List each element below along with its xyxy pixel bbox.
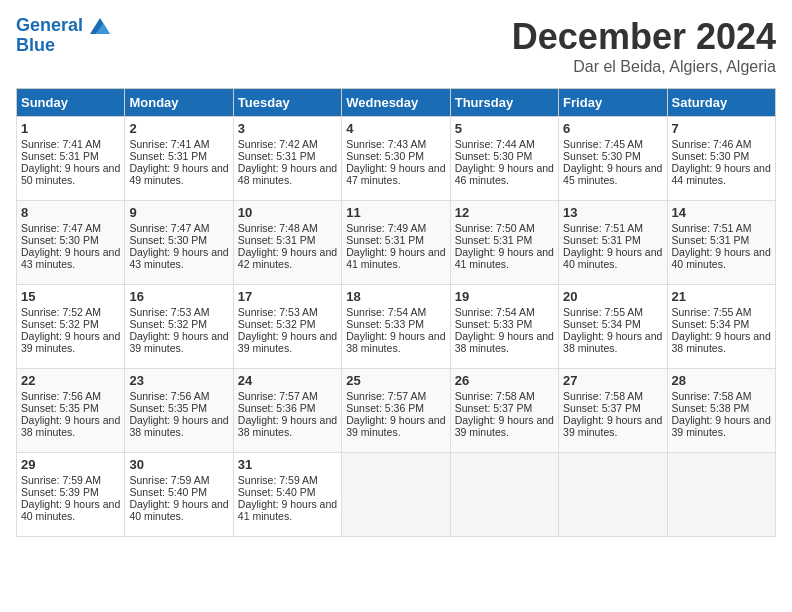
day-number: 8 <box>21 205 120 220</box>
sunset-label: Sunset: 5:30 PM <box>563 150 641 162</box>
calendar-cell: 7 Sunrise: 7:46 AM Sunset: 5:30 PM Dayli… <box>667 117 775 201</box>
sunrise-label: Sunrise: 7:53 AM <box>238 306 318 318</box>
calendar-cell: 25 Sunrise: 7:57 AM Sunset: 5:36 PM Dayl… <box>342 369 450 453</box>
sunrise-label: Sunrise: 7:47 AM <box>129 222 209 234</box>
calendar-cell: 23 Sunrise: 7:56 AM Sunset: 5:35 PM Dayl… <box>125 369 233 453</box>
day-number: 23 <box>129 373 228 388</box>
sunset-label: Sunset: 5:31 PM <box>129 150 207 162</box>
day-number: 6 <box>563 121 662 136</box>
calendar-body: 1 Sunrise: 7:41 AM Sunset: 5:31 PM Dayli… <box>17 117 776 537</box>
sunrise-label: Sunrise: 7:41 AM <box>21 138 101 150</box>
calendar-cell: 18 Sunrise: 7:54 AM Sunset: 5:33 PM Dayl… <box>342 285 450 369</box>
sunset-label: Sunset: 5:36 PM <box>238 402 316 414</box>
sunrise-label: Sunrise: 7:57 AM <box>238 390 318 402</box>
sunset-label: Sunset: 5:31 PM <box>238 150 316 162</box>
sunrise-label: Sunrise: 7:56 AM <box>21 390 101 402</box>
daylight-label: Daylight: 9 hours and 39 minutes. <box>563 414 662 438</box>
sunset-label: Sunset: 5:30 PM <box>21 234 99 246</box>
sunset-label: Sunset: 5:37 PM <box>455 402 533 414</box>
calendar-table: SundayMondayTuesdayWednesdayThursdayFrid… <box>16 88 776 537</box>
daylight-label: Daylight: 9 hours and 46 minutes. <box>455 162 554 186</box>
calendar-header-row: SundayMondayTuesdayWednesdayThursdayFrid… <box>17 89 776 117</box>
calendar-week-2: 8 Sunrise: 7:47 AM Sunset: 5:30 PM Dayli… <box>17 201 776 285</box>
day-number: 15 <box>21 289 120 304</box>
calendar-cell: 2 Sunrise: 7:41 AM Sunset: 5:31 PM Dayli… <box>125 117 233 201</box>
day-number: 30 <box>129 457 228 472</box>
sunset-label: Sunset: 5:31 PM <box>21 150 99 162</box>
sunset-label: Sunset: 5:31 PM <box>346 234 424 246</box>
daylight-label: Daylight: 9 hours and 39 minutes. <box>238 330 337 354</box>
calendar-cell: 19 Sunrise: 7:54 AM Sunset: 5:33 PM Dayl… <box>450 285 558 369</box>
daylight-label: Daylight: 9 hours and 47 minutes. <box>346 162 445 186</box>
calendar-week-5: 29 Sunrise: 7:59 AM Sunset: 5:39 PM Dayl… <box>17 453 776 537</box>
sunrise-label: Sunrise: 7:42 AM <box>238 138 318 150</box>
sunset-label: Sunset: 5:37 PM <box>563 402 641 414</box>
calendar-cell: 16 Sunrise: 7:53 AM Sunset: 5:32 PM Dayl… <box>125 285 233 369</box>
day-number: 27 <box>563 373 662 388</box>
daylight-label: Daylight: 9 hours and 38 minutes. <box>21 414 120 438</box>
sunset-label: Sunset: 5:38 PM <box>672 402 750 414</box>
sunrise-label: Sunrise: 7:49 AM <box>346 222 426 234</box>
day-header-monday: Monday <box>125 89 233 117</box>
day-number: 31 <box>238 457 337 472</box>
daylight-label: Daylight: 9 hours and 38 minutes. <box>346 330 445 354</box>
sunset-label: Sunset: 5:31 PM <box>455 234 533 246</box>
day-header-friday: Friday <box>559 89 667 117</box>
daylight-label: Daylight: 9 hours and 45 minutes. <box>563 162 662 186</box>
calendar-cell: 4 Sunrise: 7:43 AM Sunset: 5:30 PM Dayli… <box>342 117 450 201</box>
day-header-saturday: Saturday <box>667 89 775 117</box>
calendar-week-3: 15 Sunrise: 7:52 AM Sunset: 5:32 PM Dayl… <box>17 285 776 369</box>
logo-icon <box>90 16 110 36</box>
sunrise-label: Sunrise: 7:58 AM <box>672 390 752 402</box>
daylight-label: Daylight: 9 hours and 40 minutes. <box>21 498 120 522</box>
sunset-label: Sunset: 5:33 PM <box>455 318 533 330</box>
calendar-cell: 29 Sunrise: 7:59 AM Sunset: 5:39 PM Dayl… <box>17 453 125 537</box>
title-block: December 2024 Dar el Beida, Algiers, Alg… <box>512 16 776 76</box>
sunrise-label: Sunrise: 7:52 AM <box>21 306 101 318</box>
sunset-label: Sunset: 5:35 PM <box>21 402 99 414</box>
daylight-label: Daylight: 9 hours and 39 minutes. <box>672 414 771 438</box>
calendar-cell: 27 Sunrise: 7:58 AM Sunset: 5:37 PM Dayl… <box>559 369 667 453</box>
sunrise-label: Sunrise: 7:59 AM <box>21 474 101 486</box>
daylight-label: Daylight: 9 hours and 39 minutes. <box>129 330 228 354</box>
sunrise-label: Sunrise: 7:57 AM <box>346 390 426 402</box>
logo-blue-text: Blue <box>16 36 110 56</box>
sunset-label: Sunset: 5:39 PM <box>21 486 99 498</box>
daylight-label: Daylight: 9 hours and 40 minutes. <box>563 246 662 270</box>
day-number: 9 <box>129 205 228 220</box>
day-number: 16 <box>129 289 228 304</box>
daylight-label: Daylight: 9 hours and 39 minutes. <box>21 330 120 354</box>
logo: General Blue <box>16 16 110 56</box>
day-header-thursday: Thursday <box>450 89 558 117</box>
sunset-label: Sunset: 5:30 PM <box>455 150 533 162</box>
sunrise-label: Sunrise: 7:59 AM <box>238 474 318 486</box>
day-number: 25 <box>346 373 445 388</box>
daylight-label: Daylight: 9 hours and 43 minutes. <box>21 246 120 270</box>
sunrise-label: Sunrise: 7:58 AM <box>563 390 643 402</box>
sunrise-label: Sunrise: 7:47 AM <box>21 222 101 234</box>
calendar-cell: 20 Sunrise: 7:55 AM Sunset: 5:34 PM Dayl… <box>559 285 667 369</box>
day-number: 5 <box>455 121 554 136</box>
sunrise-label: Sunrise: 7:58 AM <box>455 390 535 402</box>
page-header: General Blue December 2024 Dar el Beida,… <box>16 16 776 76</box>
calendar-cell: 10 Sunrise: 7:48 AM Sunset: 5:31 PM Dayl… <box>233 201 341 285</box>
sunset-label: Sunset: 5:34 PM <box>672 318 750 330</box>
day-number: 24 <box>238 373 337 388</box>
day-number: 26 <box>455 373 554 388</box>
daylight-label: Daylight: 9 hours and 39 minutes. <box>455 414 554 438</box>
sunset-label: Sunset: 5:35 PM <box>129 402 207 414</box>
sunset-label: Sunset: 5:32 PM <box>238 318 316 330</box>
sunset-label: Sunset: 5:31 PM <box>563 234 641 246</box>
sunrise-label: Sunrise: 7:56 AM <box>129 390 209 402</box>
daylight-label: Daylight: 9 hours and 38 minutes. <box>238 414 337 438</box>
day-number: 22 <box>21 373 120 388</box>
calendar-cell: 6 Sunrise: 7:45 AM Sunset: 5:30 PM Dayli… <box>559 117 667 201</box>
calendar-cell: 30 Sunrise: 7:59 AM Sunset: 5:40 PM Dayl… <box>125 453 233 537</box>
daylight-label: Daylight: 9 hours and 40 minutes. <box>672 246 771 270</box>
logo-text: General <box>16 16 110 36</box>
sunset-label: Sunset: 5:30 PM <box>129 234 207 246</box>
sunset-label: Sunset: 5:31 PM <box>238 234 316 246</box>
calendar-week-1: 1 Sunrise: 7:41 AM Sunset: 5:31 PM Dayli… <box>17 117 776 201</box>
daylight-label: Daylight: 9 hours and 42 minutes. <box>238 246 337 270</box>
calendar-cell: 28 Sunrise: 7:58 AM Sunset: 5:38 PM Dayl… <box>667 369 775 453</box>
